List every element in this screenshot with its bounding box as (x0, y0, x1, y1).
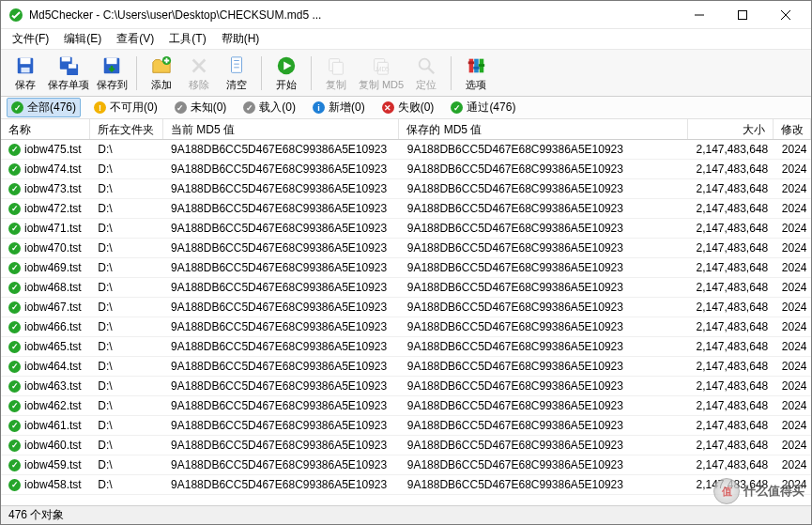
svg-rect-6 (21, 57, 31, 63)
filter-loaded[interactable]: ✓载入(0) (239, 99, 299, 116)
cell-name: ✓iobw463.tst (1, 379, 90, 393)
filter-new[interactable]: i新增(0) (309, 99, 369, 116)
cell-size: 2,147,483,648 (688, 360, 774, 373)
filter-na[interactable]: !不可用(0) (90, 99, 161, 116)
table-row[interactable]: ✓iobw462.tstD:\9A188DB6CC5D467E68C99386A… (1, 396, 811, 416)
cell-md5-saved: 9A188DB6CC5D467E68C99386A5E10923 (400, 320, 689, 333)
cell-name: ✓iobw458.tst (1, 478, 90, 491)
col-size[interactable]: 大小 (688, 119, 774, 139)
cell-md5-saved: 9A188DB6CC5D467E68C99386A5E10923 (400, 143, 689, 156)
table-row[interactable]: ✓iobw472.tstD:\9A188DB6CC5D467E68C99386A… (1, 199, 811, 219)
col-mod[interactable]: 修改 (774, 119, 811, 139)
check-icon: ✓ (8, 380, 21, 393)
list-body[interactable]: ✓iobw475.tstD:\9A188DB6CC5D467E68C99386A… (1, 140, 811, 505)
filter-all-icon: ✓ (11, 101, 23, 114)
save-button[interactable]: 保存 (7, 52, 44, 95)
toolbar-separator (451, 56, 452, 90)
table-row[interactable]: ✓iobw467.tstD:\9A188DB6CC5D467E68C99386A… (1, 298, 811, 317)
svg-rect-2 (739, 10, 747, 19)
add-button[interactable]: 添加 (143, 52, 180, 95)
filter-passed[interactable]: ✓通过(476) (447, 99, 519, 116)
save-to-button[interactable]: 保存到 (93, 52, 130, 95)
col-md5-current[interactable]: 当前 MD5 值 (163, 119, 399, 139)
locate-label: 定位 (416, 78, 437, 92)
copy-button: 复制 (317, 52, 355, 95)
svg-rect-9 (62, 56, 70, 61)
filter-unknown-label: 未知(0) (191, 100, 227, 116)
cell-md5-saved: 9A188DB6CC5D467E68C99386A5E10923 (400, 281, 689, 294)
svg-line-26 (428, 67, 434, 72)
col-md5-saved[interactable]: 保存的 MD5 值 (399, 119, 687, 139)
table-row[interactable]: ✓iobw459.tstD:\9A188DB6CC5D467E68C99386A… (1, 456, 811, 475)
toolbar-separator (136, 56, 137, 90)
table-row[interactable]: ✓iobw466.tstD:\9A188DB6CC5D467E68C99386A… (1, 317, 811, 337)
menu-3[interactable]: 工具(T) (161, 29, 213, 49)
start-button[interactable]: 开始 (268, 52, 305, 95)
remove-button: 移除 (180, 52, 218, 95)
maximize-button[interactable] (721, 2, 764, 28)
cell-name: ✓iobw469.tst (1, 261, 90, 274)
filter-loaded-icon: ✓ (243, 101, 255, 114)
table-row[interactable]: ✓iobw461.tstD:\9A188DB6CC5D467E68C99386A… (1, 416, 811, 436)
cell-folder: D:\ (90, 261, 163, 274)
cell-md5-saved: 9A188DB6CC5D467E68C99386A5E10923 (400, 399, 689, 412)
cell-size: 2,147,483,648 (688, 439, 774, 452)
table-row[interactable]: ✓iobw473.tstD:\9A188DB6CC5D467E68C99386A… (1, 179, 811, 199)
menu-1[interactable]: 编辑(E) (56, 29, 109, 49)
file-name: iobw468.tst (24, 281, 82, 294)
filter-unknown-icon: ✓ (175, 101, 187, 114)
add-icon (150, 54, 173, 77)
filter-all[interactable]: ✓全部(476) (7, 98, 81, 117)
start-label: 开始 (276, 78, 297, 92)
cell-md5-current: 9A188DB6CC5D467E68C99386A5E10923 (163, 261, 400, 274)
cell-size: 2,147,483,648 (688, 419, 774, 432)
table-row[interactable]: ✓iobw458.tstD:\9A188DB6CC5D467E68C99386A… (1, 475, 811, 495)
filter-failed[interactable]: ✕失败(0) (378, 99, 438, 116)
clear-button[interactable]: 清空 (218, 52, 255, 95)
table-row[interactable]: ✓iobw475.tstD:\9A188DB6CC5D467E68C99386A… (1, 140, 811, 160)
check-icon: ✓ (8, 459, 21, 471)
table-row[interactable]: ✓iobw468.tstD:\9A188DB6CC5D467E68C99386A… (1, 278, 811, 298)
toolbar-separator (311, 56, 312, 90)
minimize-button[interactable] (678, 2, 721, 28)
table-row[interactable]: ✓iobw471.tstD:\9A188DB6CC5D467E68C99386A… (1, 219, 811, 239)
cell-folder: D:\ (90, 340, 163, 353)
cell-folder: D:\ (90, 399, 163, 412)
save-one-button[interactable]: 保存单项 (44, 52, 93, 95)
filter-unknown[interactable]: ✓未知(0) (171, 99, 231, 116)
cell-folder: D:\ (90, 360, 163, 373)
add-label: 添加 (151, 78, 172, 92)
svg-rect-30 (468, 61, 474, 64)
table-row[interactable]: ✓iobw469.tstD:\9A188DB6CC5D467E68C99386A… (1, 258, 811, 278)
col-name[interactable]: 名称 (1, 119, 90, 139)
filter-new-label: 新增(0) (329, 100, 365, 116)
check-icon: ✓ (8, 301, 21, 314)
cell-md5-current: 9A188DB6CC5D467E68C99386A5E10923 (163, 320, 400, 333)
file-name: iobw466.tst (24, 320, 82, 333)
svg-rect-7 (21, 67, 29, 72)
cell-md5-saved: 9A188DB6CC5D467E68C99386A5E10923 (400, 261, 689, 274)
options-button[interactable]: 选项 (457, 52, 495, 95)
menu-0[interactable]: 文件(F) (5, 29, 56, 49)
table-row[interactable]: ✓iobw464.tstD:\9A188DB6CC5D467E68C99386A… (1, 357, 811, 377)
check-icon: ✓ (8, 262, 21, 274)
cell-md5-saved: 9A188DB6CC5D467E68C99386A5E10923 (400, 202, 689, 215)
table-row[interactable]: ✓iobw465.tstD:\9A188DB6CC5D467E68C99386A… (1, 337, 811, 357)
menu-4[interactable]: 帮助(H) (214, 29, 268, 49)
table-row[interactable]: ✓iobw460.tstD:\9A188DB6CC5D467E68C99386A… (1, 436, 811, 456)
table-row[interactable]: ✓iobw463.tstD:\9A188DB6CC5D467E68C99386A… (1, 377, 811, 396)
check-icon: ✓ (8, 479, 21, 491)
cell-md5-current: 9A188DB6CC5D467E68C99386A5E10923 (163, 202, 400, 215)
check-icon: ✓ (8, 420, 21, 432)
file-name: iobw462.tst (24, 399, 82, 412)
save-label: 保存 (15, 78, 36, 92)
menu-2[interactable]: 查看(V) (109, 29, 161, 49)
filter-passed-icon: ✓ (451, 101, 463, 114)
check-icon: ✓ (8, 282, 21, 294)
close-button[interactable] (764, 2, 807, 28)
col-folder[interactable]: 所在文件夹 (90, 119, 163, 139)
table-row[interactable]: ✓iobw474.tstD:\9A188DB6CC5D467E68C99386A… (1, 160, 811, 179)
table-row[interactable]: ✓iobw470.tstD:\9A188DB6CC5D467E68C99386A… (1, 239, 811, 258)
cell-size: 2,147,483,648 (688, 241, 774, 255)
cell-name: ✓iobw474.tst (1, 162, 90, 176)
